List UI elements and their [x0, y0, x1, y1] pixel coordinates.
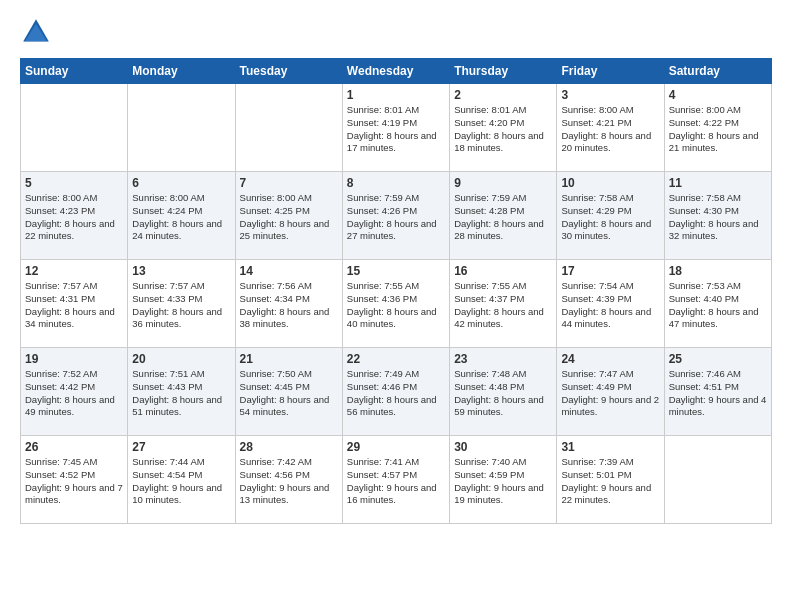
calendar-cell: 18Sunrise: 7:53 AM Sunset: 4:40 PM Dayli…	[664, 260, 771, 348]
day-number: 29	[347, 440, 445, 454]
day-number: 14	[240, 264, 338, 278]
day-info: Sunrise: 7:55 AM Sunset: 4:37 PM Dayligh…	[454, 280, 552, 331]
calendar-cell: 13Sunrise: 7:57 AM Sunset: 4:33 PM Dayli…	[128, 260, 235, 348]
week-row-5: 26Sunrise: 7:45 AM Sunset: 4:52 PM Dayli…	[21, 436, 772, 524]
day-number: 2	[454, 88, 552, 102]
calendar-cell: 20Sunrise: 7:51 AM Sunset: 4:43 PM Dayli…	[128, 348, 235, 436]
day-number: 4	[669, 88, 767, 102]
calendar-cell: 26Sunrise: 7:45 AM Sunset: 4:52 PM Dayli…	[21, 436, 128, 524]
calendar-cell	[21, 84, 128, 172]
calendar-cell: 7Sunrise: 8:00 AM Sunset: 4:25 PM Daylig…	[235, 172, 342, 260]
day-info: Sunrise: 7:58 AM Sunset: 4:29 PM Dayligh…	[561, 192, 659, 243]
weekday-header-row: SundayMondayTuesdayWednesdayThursdayFrid…	[21, 59, 772, 84]
day-number: 27	[132, 440, 230, 454]
calendar-cell: 8Sunrise: 7:59 AM Sunset: 4:26 PM Daylig…	[342, 172, 449, 260]
calendar-cell: 14Sunrise: 7:56 AM Sunset: 4:34 PM Dayli…	[235, 260, 342, 348]
calendar-cell: 28Sunrise: 7:42 AM Sunset: 4:56 PM Dayli…	[235, 436, 342, 524]
calendar: SundayMondayTuesdayWednesdayThursdayFrid…	[20, 58, 772, 524]
weekday-header-friday: Friday	[557, 59, 664, 84]
day-info: Sunrise: 7:47 AM Sunset: 4:49 PM Dayligh…	[561, 368, 659, 419]
day-info: Sunrise: 7:39 AM Sunset: 5:01 PM Dayligh…	[561, 456, 659, 507]
day-info: Sunrise: 7:45 AM Sunset: 4:52 PM Dayligh…	[25, 456, 123, 507]
calendar-cell: 12Sunrise: 7:57 AM Sunset: 4:31 PM Dayli…	[21, 260, 128, 348]
day-info: Sunrise: 7:57 AM Sunset: 4:33 PM Dayligh…	[132, 280, 230, 331]
day-number: 30	[454, 440, 552, 454]
day-number: 28	[240, 440, 338, 454]
week-row-3: 12Sunrise: 7:57 AM Sunset: 4:31 PM Dayli…	[21, 260, 772, 348]
weekday-header-thursday: Thursday	[450, 59, 557, 84]
weekday-header-sunday: Sunday	[21, 59, 128, 84]
weekday-header-tuesday: Tuesday	[235, 59, 342, 84]
header	[20, 16, 772, 48]
calendar-cell: 21Sunrise: 7:50 AM Sunset: 4:45 PM Dayli…	[235, 348, 342, 436]
weekday-header-wednesday: Wednesday	[342, 59, 449, 84]
calendar-cell: 23Sunrise: 7:48 AM Sunset: 4:48 PM Dayli…	[450, 348, 557, 436]
logo	[20, 16, 56, 48]
calendar-cell: 2Sunrise: 8:01 AM Sunset: 4:20 PM Daylig…	[450, 84, 557, 172]
calendar-cell: 19Sunrise: 7:52 AM Sunset: 4:42 PM Dayli…	[21, 348, 128, 436]
day-number: 31	[561, 440, 659, 454]
day-number: 25	[669, 352, 767, 366]
week-row-4: 19Sunrise: 7:52 AM Sunset: 4:42 PM Dayli…	[21, 348, 772, 436]
day-info: Sunrise: 8:00 AM Sunset: 4:22 PM Dayligh…	[669, 104, 767, 155]
day-number: 16	[454, 264, 552, 278]
day-info: Sunrise: 8:00 AM Sunset: 4:24 PM Dayligh…	[132, 192, 230, 243]
day-number: 18	[669, 264, 767, 278]
day-number: 5	[25, 176, 123, 190]
day-info: Sunrise: 7:58 AM Sunset: 4:30 PM Dayligh…	[669, 192, 767, 243]
day-number: 17	[561, 264, 659, 278]
day-number: 9	[454, 176, 552, 190]
day-number: 24	[561, 352, 659, 366]
day-number: 20	[132, 352, 230, 366]
day-number: 8	[347, 176, 445, 190]
calendar-cell: 31Sunrise: 7:39 AM Sunset: 5:01 PM Dayli…	[557, 436, 664, 524]
calendar-cell: 22Sunrise: 7:49 AM Sunset: 4:46 PM Dayli…	[342, 348, 449, 436]
week-row-2: 5Sunrise: 8:00 AM Sunset: 4:23 PM Daylig…	[21, 172, 772, 260]
calendar-cell: 9Sunrise: 7:59 AM Sunset: 4:28 PM Daylig…	[450, 172, 557, 260]
calendar-cell	[664, 436, 771, 524]
day-info: Sunrise: 7:50 AM Sunset: 4:45 PM Dayligh…	[240, 368, 338, 419]
page: SundayMondayTuesdayWednesdayThursdayFrid…	[0, 0, 792, 534]
day-info: Sunrise: 7:59 AM Sunset: 4:26 PM Dayligh…	[347, 192, 445, 243]
day-info: Sunrise: 7:51 AM Sunset: 4:43 PM Dayligh…	[132, 368, 230, 419]
day-number: 13	[132, 264, 230, 278]
day-number: 6	[132, 176, 230, 190]
calendar-cell: 6Sunrise: 8:00 AM Sunset: 4:24 PM Daylig…	[128, 172, 235, 260]
calendar-cell: 30Sunrise: 7:40 AM Sunset: 4:59 PM Dayli…	[450, 436, 557, 524]
weekday-header-saturday: Saturday	[664, 59, 771, 84]
weekday-header-monday: Monday	[128, 59, 235, 84]
day-number: 1	[347, 88, 445, 102]
day-number: 15	[347, 264, 445, 278]
day-info: Sunrise: 7:55 AM Sunset: 4:36 PM Dayligh…	[347, 280, 445, 331]
day-number: 21	[240, 352, 338, 366]
svg-marker-1	[25, 24, 47, 42]
week-row-1: 1Sunrise: 8:01 AM Sunset: 4:19 PM Daylig…	[21, 84, 772, 172]
day-info: Sunrise: 8:01 AM Sunset: 4:19 PM Dayligh…	[347, 104, 445, 155]
day-info: Sunrise: 7:42 AM Sunset: 4:56 PM Dayligh…	[240, 456, 338, 507]
calendar-cell: 5Sunrise: 8:00 AM Sunset: 4:23 PM Daylig…	[21, 172, 128, 260]
calendar-cell: 4Sunrise: 8:00 AM Sunset: 4:22 PM Daylig…	[664, 84, 771, 172]
calendar-cell: 24Sunrise: 7:47 AM Sunset: 4:49 PM Dayli…	[557, 348, 664, 436]
day-info: Sunrise: 7:46 AM Sunset: 4:51 PM Dayligh…	[669, 368, 767, 419]
day-info: Sunrise: 7:57 AM Sunset: 4:31 PM Dayligh…	[25, 280, 123, 331]
calendar-cell: 16Sunrise: 7:55 AM Sunset: 4:37 PM Dayli…	[450, 260, 557, 348]
calendar-cell: 25Sunrise: 7:46 AM Sunset: 4:51 PM Dayli…	[664, 348, 771, 436]
calendar-cell	[235, 84, 342, 172]
calendar-cell: 1Sunrise: 8:01 AM Sunset: 4:19 PM Daylig…	[342, 84, 449, 172]
day-info: Sunrise: 8:01 AM Sunset: 4:20 PM Dayligh…	[454, 104, 552, 155]
day-number: 26	[25, 440, 123, 454]
day-info: Sunrise: 7:52 AM Sunset: 4:42 PM Dayligh…	[25, 368, 123, 419]
calendar-cell	[128, 84, 235, 172]
calendar-cell: 3Sunrise: 8:00 AM Sunset: 4:21 PM Daylig…	[557, 84, 664, 172]
day-info: Sunrise: 8:00 AM Sunset: 4:21 PM Dayligh…	[561, 104, 659, 155]
day-info: Sunrise: 7:41 AM Sunset: 4:57 PM Dayligh…	[347, 456, 445, 507]
day-info: Sunrise: 7:59 AM Sunset: 4:28 PM Dayligh…	[454, 192, 552, 243]
day-number: 19	[25, 352, 123, 366]
calendar-cell: 11Sunrise: 7:58 AM Sunset: 4:30 PM Dayli…	[664, 172, 771, 260]
calendar-cell: 17Sunrise: 7:54 AM Sunset: 4:39 PM Dayli…	[557, 260, 664, 348]
day-info: Sunrise: 7:40 AM Sunset: 4:59 PM Dayligh…	[454, 456, 552, 507]
day-info: Sunrise: 7:53 AM Sunset: 4:40 PM Dayligh…	[669, 280, 767, 331]
calendar-cell: 10Sunrise: 7:58 AM Sunset: 4:29 PM Dayli…	[557, 172, 664, 260]
day-number: 3	[561, 88, 659, 102]
day-info: Sunrise: 7:44 AM Sunset: 4:54 PM Dayligh…	[132, 456, 230, 507]
